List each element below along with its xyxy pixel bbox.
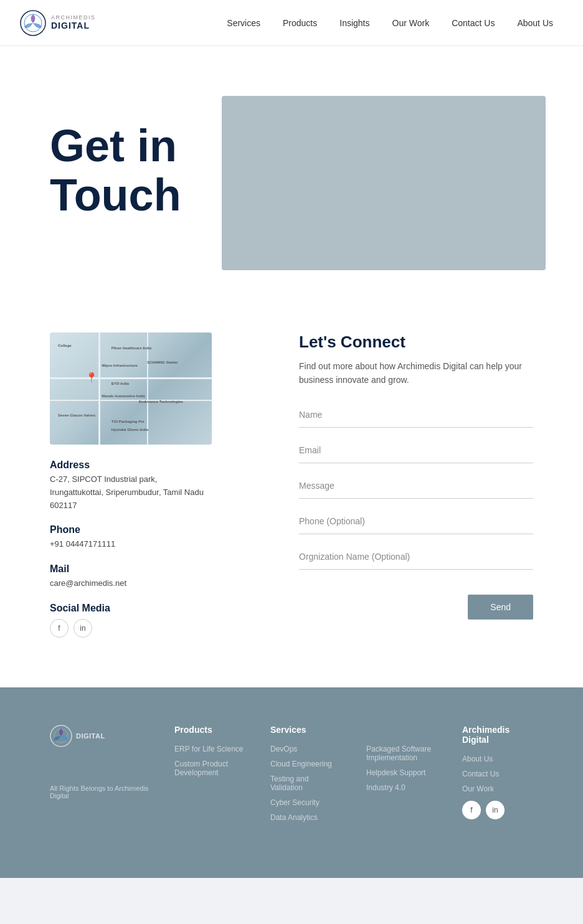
send-button[interactable]: Send xyxy=(468,595,533,620)
footer-rights: All Rights Belongs to Archimedis Digital xyxy=(50,785,149,799)
footer-logo-icon xyxy=(50,725,72,747)
address-line1: C-27, SIPCOT Industrial park, xyxy=(50,473,249,486)
footer-work-link[interactable]: Our Work xyxy=(462,785,533,793)
map-label-9: Hyundai Glovis India xyxy=(111,428,148,431)
nav-our-work[interactable]: Our Work xyxy=(382,13,440,33)
map-label-8: TGI Packaging Pvt xyxy=(111,420,145,423)
footer: DIGITAL All Rights Belongs to Archimedis… xyxy=(0,687,583,878)
phone-field[interactable] xyxy=(299,514,533,534)
footer-more-services: . Packaged Software Implementation Helpd… xyxy=(366,725,437,828)
logo[interactable]: ARCHIMEDIS DIGITAL xyxy=(20,10,96,36)
name-input[interactable] xyxy=(299,407,533,422)
org-field[interactable] xyxy=(299,549,533,570)
nav-services[interactable]: Services xyxy=(217,13,270,33)
map[interactable]: 📍 College Pfizer Healthcare India Wipro … xyxy=(50,332,212,445)
footer-devops-link[interactable]: DevOps xyxy=(270,745,341,753)
footer-logo-col: DIGITAL All Rights Belongs to Archimedis… xyxy=(50,725,149,828)
address-pin: 602117 xyxy=(50,499,249,512)
logo-icon xyxy=(20,10,46,36)
footer-facebook-icon[interactable]: f xyxy=(462,801,481,819)
message-input[interactable] xyxy=(299,478,533,493)
footer-grid: DIGITAL All Rights Belongs to Archimedis… xyxy=(50,725,533,828)
footer-archimedis: Archimedis Digital About Us Contact Us O… xyxy=(462,725,533,828)
footer-more-title: . xyxy=(366,725,437,735)
map-pin: 📍 xyxy=(85,372,98,384)
footer-erp-link[interactable]: ERP for Life Science xyxy=(174,745,245,753)
contact-form: Let's Connect Find out more about how Ar… xyxy=(299,332,533,650)
hero-text: Get in Touch xyxy=(50,121,546,220)
footer-about-link[interactable]: About Us xyxy=(462,755,533,763)
mail-label: Mail xyxy=(50,563,249,575)
footer-social-icons: f in xyxy=(462,801,533,819)
footer-industry-link[interactable]: Industry 4.0 xyxy=(366,783,437,792)
form-title: Let's Connect xyxy=(299,332,533,352)
linkedin-icon[interactable]: in xyxy=(73,619,92,638)
nav-about-us[interactable]: About Us xyxy=(507,13,563,33)
map-label-1: College xyxy=(58,344,72,347)
footer-helpdesk-link[interactable]: Helpdesk Support xyxy=(366,768,437,777)
contact-info: 📍 College Pfizer Healthcare India Wipro … xyxy=(50,332,249,650)
hero-section: Get in Touch xyxy=(0,46,583,295)
map-label-7: Seven Glacon Valves xyxy=(58,413,95,417)
footer-logo-text: DIGITAL xyxy=(76,732,105,740)
email-input[interactable] xyxy=(299,443,533,458)
map-label-2: Pfizer Healthcare India xyxy=(111,346,151,350)
facebook-icon[interactable]: f xyxy=(50,619,69,638)
phone-label: Phone xyxy=(50,524,249,535)
footer-cloud-link[interactable]: Cloud Engineering xyxy=(270,760,341,768)
social-section: Social Media f in xyxy=(50,603,249,638)
footer-data-link[interactable]: Data Analytics xyxy=(270,813,341,822)
footer-services: Services DevOps Cloud Engineering Testin… xyxy=(270,725,341,828)
footer-products: Products ERP for Life Science Custom Pro… xyxy=(174,725,245,828)
social-label: Social Media xyxy=(50,603,249,614)
nav-contact-us[interactable]: Contact Us xyxy=(442,13,505,33)
nav-insights[interactable]: Insights xyxy=(329,13,379,33)
main-content: 📍 College Pfizer Healthcare India Wipro … xyxy=(0,295,583,687)
phone-section: Phone +91 04447171111 xyxy=(50,524,249,551)
footer-products-title: Products xyxy=(174,725,245,735)
footer-cyber-link[interactable]: Cyber Security xyxy=(270,798,341,807)
phone-input[interactable] xyxy=(299,514,533,529)
mail-value: care@archimedis.net xyxy=(50,577,249,590)
address-label: Address xyxy=(50,460,249,471)
hero-title: Get in Touch xyxy=(50,121,546,220)
map-label-5: Mando Automotive India xyxy=(102,394,145,398)
mail-section: Mail care@archimedis.net xyxy=(50,563,249,590)
map-label-3: Wipro Infrastructure xyxy=(102,364,138,367)
footer-services-title: Services xyxy=(270,725,341,735)
map-label-4: BYD India xyxy=(111,382,129,385)
social-icons: f in xyxy=(50,619,249,638)
main-nav: Services Products Insights Our Work Cont… xyxy=(217,13,563,33)
name-field[interactable] xyxy=(299,407,533,428)
message-field[interactable] xyxy=(299,478,533,499)
map-label-10: SCHWING Stetter xyxy=(147,361,178,364)
form-subtitle: Find out more about how Archimedis Digit… xyxy=(299,359,533,387)
footer-archimedis-title: Archimedis Digital xyxy=(462,725,533,745)
footer-custom-link[interactable]: Custom Product Development xyxy=(174,760,245,777)
footer-logo[interactable]: DIGITAL xyxy=(50,725,149,747)
nav-products[interactable]: Products xyxy=(273,13,327,33)
footer-testing-link[interactable]: Testing and Validation xyxy=(270,775,341,792)
footer-contact-link[interactable]: Contact Us xyxy=(462,770,533,778)
phone-value: +91 04447171111 xyxy=(50,538,249,551)
org-input[interactable] xyxy=(299,549,533,564)
address-section: Address C-27, SIPCOT Industrial park, Ir… xyxy=(50,460,249,512)
email-field[interactable] xyxy=(299,443,533,463)
logo-digital-text: DIGITAL xyxy=(51,21,96,31)
footer-linkedin-icon[interactable]: in xyxy=(486,801,505,819)
map-label-6: Endurance Technologies xyxy=(139,400,183,403)
header: ARCHIMEDIS DIGITAL Services Products Ins… xyxy=(0,0,583,46)
address-line2: Irungattukottai, Sriperumbudur, Tamil Na… xyxy=(50,486,249,499)
footer-packaged-link[interactable]: Packaged Software Implementation xyxy=(366,745,437,762)
